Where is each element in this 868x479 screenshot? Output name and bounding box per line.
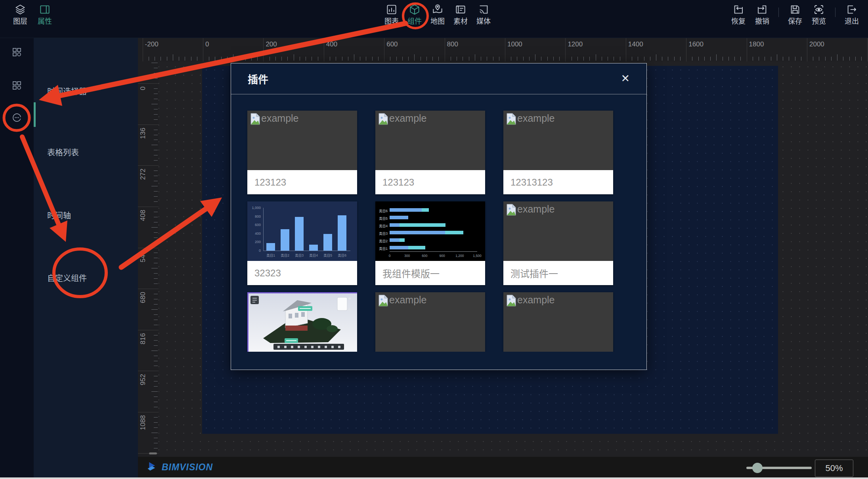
plugin-card[interactable]: example (503, 292, 613, 352)
toolbar-group-right: 恢复撤销保存预览退出 (728, 4, 862, 25)
bar-segment (390, 246, 408, 249)
modal-header: 插件 ✕ (231, 63, 646, 94)
toolbar-item-save[interactable]: 保存 (785, 4, 805, 25)
ruler-label: 408 (139, 210, 147, 221)
plugin-card[interactable]: example12313123 (503, 111, 613, 194)
ruler-label: 680 (139, 292, 147, 303)
rail-item-widget-group-2[interactable] (11, 80, 22, 91)
toolbar-item-undo[interactable]: 撤销 (752, 4, 772, 25)
toolbar-item-media[interactable]: 媒体 (475, 4, 492, 25)
window-bottom-edge (0, 477, 868, 479)
toolbar-item-label: 素材 (453, 17, 468, 25)
ruler-label: 200 (266, 40, 277, 48)
map-pin-icon (432, 4, 444, 15)
plugin-card[interactable]: example123123 (375, 111, 485, 194)
toolbar-item-label: 退出 (845, 17, 859, 25)
x-axis-label: 类目1 (264, 253, 278, 257)
toolbar-item-components[interactable]: 组件 (406, 4, 423, 25)
toolbar-item-charts[interactable]: 图表 (383, 4, 400, 25)
broken-image-alt-text: example (517, 204, 555, 214)
y-axis-label: 400 (247, 232, 261, 236)
plugin-card[interactable]: example (375, 292, 485, 352)
bar (338, 215, 346, 251)
broken-image: example (506, 204, 555, 217)
broken-image-icon (378, 295, 388, 308)
y-axis-label: 0 (247, 249, 261, 253)
ruler-label: 1400 (628, 40, 643, 48)
toolbar-divider (835, 8, 835, 17)
broken-image-alt-text: example (389, 295, 427, 305)
ruler-label: 544 (139, 251, 147, 262)
ruler-horizontal: -200020040060080010001200140016001800200… (138, 38, 868, 61)
y-axis-label: 类目5 (375, 216, 388, 220)
canvas-horizontal-scrollbar[interactable] (149, 452, 157, 454)
toolbar-item-exit[interactable]: 退出 (842, 4, 862, 25)
toolbar-item-map[interactable]: 地图 (429, 4, 446, 25)
left-rail (0, 38, 34, 479)
ruler-label: 816 (139, 333, 147, 344)
app-window: 广联达视界 -200020040060080010001200140016001… (0, 0, 868, 479)
section-title-table: 表格列表 (47, 146, 79, 158)
toolbar-group-center: 图表组件地图素材媒体 (383, 4, 492, 25)
bar-segment (422, 208, 429, 212)
ruler-label: 2000 (809, 40, 824, 48)
rail-item-more[interactable] (11, 112, 22, 123)
broken-image-alt-text: example (389, 113, 427, 123)
plugin-caption: 123123 (375, 170, 485, 194)
save-icon (789, 4, 801, 15)
ruler-label: 1200 (568, 40, 583, 48)
broken-image: example (506, 113, 555, 126)
toolbar-item-assets[interactable]: 素材 (452, 4, 469, 25)
plugin-caption: 32323 (247, 261, 357, 285)
plugin-cards-grid: example123123example123123example1231312… (247, 111, 613, 352)
plugin-caption: 12313123 (503, 170, 613, 194)
exit-icon (846, 4, 858, 15)
broken-image-alt-text: example (517, 295, 555, 305)
plugin-cards-area: example123123example123123example1231312… (231, 95, 646, 352)
ruler-label: 1000 (507, 40, 522, 48)
sidebar-scrollbar[interactable] (34, 102, 36, 127)
section-title-timeline: 时间轴 (47, 209, 71, 221)
zoom-slider-knob[interactable] (752, 463, 763, 473)
bar-segment (390, 208, 422, 212)
plugin-thumbnail: example (375, 292, 485, 352)
toolbar-item-label: 组件 (407, 17, 422, 25)
x-axis-label: 类目6 (335, 253, 349, 257)
toolbar-item-redo[interactable]: 恢复 (728, 4, 748, 25)
toolbar-item-preview[interactable]: 预览 (809, 4, 829, 25)
plugin-thumbnail: example (503, 201, 613, 261)
x-axis-label: 1,200 (454, 254, 466, 258)
ruler-label: 400 (326, 40, 337, 48)
preview-icon (813, 4, 825, 15)
broken-image-icon (378, 113, 388, 126)
bar (281, 229, 289, 251)
bimvision-logo-text: BIMVISION (162, 462, 213, 473)
plugin-thumbnail: 02004006008001,000类目1类目2类目3类目4类目5类目6 (247, 201, 357, 261)
plugin-card[interactable]: example测试插件一 (503, 201, 613, 285)
toolbar-item-label: 保存 (788, 17, 802, 25)
plugin-card[interactable] (247, 292, 357, 352)
toolbar-item-properties[interactable]: 属性 (35, 4, 55, 25)
bim-screenshot-thumbnail (247, 292, 357, 352)
broken-image-icon (506, 113, 516, 126)
plugin-thumbnail: 类目6类目5类目4类目3类目2类目103006009001,2001,500 (375, 201, 485, 261)
y-axis-line (263, 208, 264, 251)
toolbar-divider (778, 8, 779, 17)
more-icon (11, 112, 22, 123)
plugin-card[interactable]: example123123 (247, 111, 357, 194)
plugin-card[interactable]: 类目6类目5类目4类目3类目2类目103006009001,2001,500我组… (375, 201, 485, 285)
rail-item-widget-group-1[interactable] (11, 47, 22, 57)
zoom-level-value: 50% (815, 460, 853, 477)
bar-segment (445, 231, 463, 234)
toolbar-item-layers[interactable]: 图层 (10, 4, 30, 25)
y-axis-label: 800 (247, 215, 261, 218)
close-icon[interactable]: ✕ (621, 73, 630, 84)
broken-image: example (378, 113, 427, 126)
x-axis-label: 1,500 (471, 254, 483, 258)
assets-icon (455, 4, 467, 15)
plugin-card[interactable]: 02004006008001,000类目1类目2类目3类目4类目5类目63232… (247, 201, 357, 285)
ruler-label: 1600 (688, 40, 704, 48)
x-axis-label: 300 (401, 254, 413, 258)
toolbar-item-label: 属性 (38, 17, 52, 25)
toolbar-item-label: 地图 (430, 17, 445, 25)
